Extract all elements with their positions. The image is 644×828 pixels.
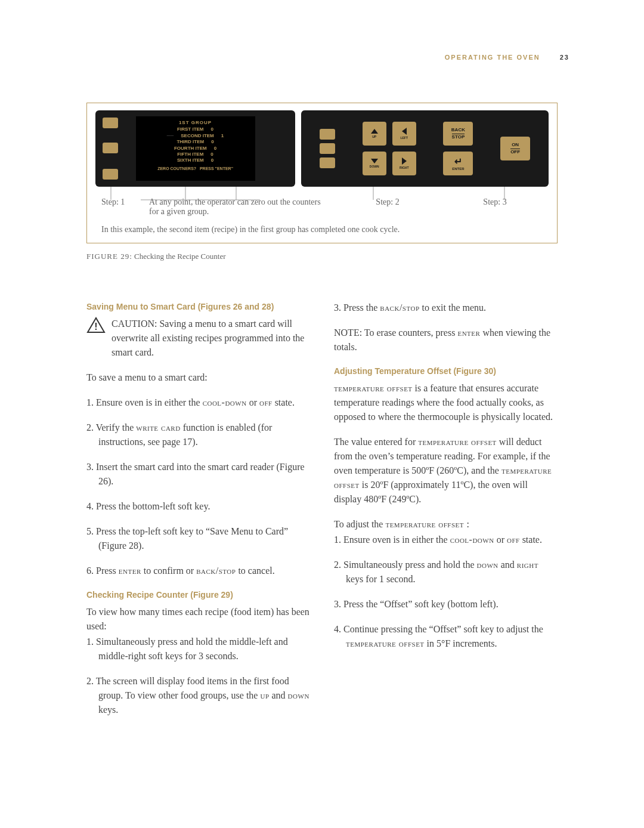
lcd-group-title: 1ST GROUP xyxy=(142,120,249,126)
heading-saving-menu: Saving Menu to Smart Card (Figures 26 an… xyxy=(86,301,310,313)
save-step-5: 5. Press the top-left soft key to “Save … xyxy=(86,524,310,553)
offset-step-4: 4. Continue pressing the “Offset” soft k… xyxy=(334,622,558,651)
figure-example-text: In this example, the second item (recipe… xyxy=(95,225,549,234)
save-step-4: 4. Press the bottom-left soft key. xyxy=(86,499,310,514)
caution-icon: ! xyxy=(86,317,106,333)
erase-note: NOTE: To erase counters, press enter whe… xyxy=(334,326,558,354)
lcd-item-val: 0 xyxy=(211,126,213,132)
save-step-6: 6. Press enter to confirm or back/stop t… xyxy=(86,564,310,578)
lcd-item-name: FIRST ITEM xyxy=(177,126,203,132)
counter-step-2: 2. The screen will display food items in… xyxy=(86,674,310,717)
save-step-3: 3. Insert the smart card into the smart … xyxy=(86,460,310,489)
lcd-item-val: 0 xyxy=(210,152,213,157)
save-step-2: 2. Verify the write card function is ena… xyxy=(86,421,310,449)
oven-control-panel: UP LEFT DOWN RIGHT BACK STOP ↵ ENTER xyxy=(301,110,549,187)
lcd-item-name: FIFTH ITEM xyxy=(177,152,203,157)
lcd-item-name: SECOND ITEM xyxy=(181,133,214,139)
softkey-middle-right[interactable] xyxy=(320,143,335,154)
offset-step-2: 2. Simultaneously press and hold the dow… xyxy=(334,558,558,586)
figure-29-box: 1ST GROUP FIRST ITEM0 ──SECOND ITEM1 THI… xyxy=(86,103,558,243)
left-column: Saving Menu to Smart Card (Figures 26 an… xyxy=(86,301,310,728)
offset-para-2: The value entered for temperature offset… xyxy=(334,435,558,506)
counter-intro: To view how many times each recipe (food… xyxy=(86,605,310,634)
step-note: At any point, the operator can zero out … xyxy=(149,197,334,217)
lcd-screen: 1ST GROUP FIRST ITEM0 ──SECOND ITEM1 THI… xyxy=(136,116,255,181)
counter-step-3: 3. Press the back/stop to exit the menu. xyxy=(334,301,558,315)
running-header: OPERATING THE OVEN 23 xyxy=(445,54,569,61)
save-step-1: 1. Ensure oven is in either the cool-dow… xyxy=(86,396,310,410)
right-button[interactable]: RIGHT xyxy=(392,152,416,175)
save-intro: To save a menu to a smart card: xyxy=(86,370,310,385)
section-title: OPERATING THE OVEN xyxy=(445,54,540,61)
softkey-top-left[interactable] xyxy=(103,118,118,128)
softkey-top-right[interactable] xyxy=(320,129,335,140)
step-labels-row: Step: 1 At any point, the operator can z… xyxy=(95,197,549,217)
svg-text:!: ! xyxy=(94,322,97,332)
right-column: 3. Press the back/stop to exit the menu.… xyxy=(334,301,558,728)
back-stop-button[interactable]: BACK STOP xyxy=(443,122,473,146)
lcd-item-val: 0 xyxy=(214,146,216,152)
page-number: 23 xyxy=(560,54,569,61)
softkey-middle-left[interactable] xyxy=(103,143,118,153)
step-2-label: Step: 2 xyxy=(334,197,441,217)
enter-icon: ↵ xyxy=(454,156,462,167)
up-button[interactable]: UP xyxy=(363,122,386,146)
figure-caption: FIGURE 29: Checking the Recipe Counter xyxy=(86,252,226,261)
enter-button[interactable]: ↵ ENTER xyxy=(443,152,473,175)
lcd-item-val: 0 xyxy=(211,157,213,163)
lcd-item-name: THIRD ITEM xyxy=(177,139,204,145)
lcd-item-val: 0 xyxy=(211,139,213,145)
left-button[interactable]: LEFT xyxy=(392,122,416,146)
offset-step-1: 1. Ensure oven is in either the cool-dow… xyxy=(334,533,558,547)
on-off-button[interactable]: ON OFF xyxy=(500,137,530,160)
lcd-footer-left: ZERO COUTNERS? xyxy=(157,166,196,171)
heading-checking-counter: Checking Recipe Counter (Figure 29) xyxy=(86,589,310,601)
step-1-label: Step: 1 xyxy=(95,197,149,217)
softkey-bottom-left[interactable] xyxy=(103,169,118,180)
figure-caption-text: Checking the Recipe Counter xyxy=(132,252,226,261)
counter-step-1: 1. Simultaneously press and hold the mid… xyxy=(86,635,310,663)
down-button[interactable]: DOWN xyxy=(363,152,386,175)
offset-step-3: 3. Press the “Offset” soft key (bottom l… xyxy=(334,597,558,611)
offset-intro: To adjust the temperature offset : xyxy=(334,517,558,532)
caution-text: CAUTION: Saving a menu to a smart card w… xyxy=(112,317,310,360)
softkey-bottom-right[interactable] xyxy=(320,157,335,168)
figure-caption-label: FIGURE 29: xyxy=(86,252,132,261)
lcd-item-name: FOURTH ITEM xyxy=(174,146,207,152)
oven-lcd-panel: 1ST GROUP FIRST ITEM0 ──SECOND ITEM1 THI… xyxy=(95,110,295,187)
step-3-label: Step: 3 xyxy=(441,197,549,217)
offset-para-1: temperature offset is a feature that ens… xyxy=(334,381,558,424)
heading-temp-offset: Adjusting Temperature Offset (Figure 30) xyxy=(334,365,558,378)
lcd-item-val: 1 xyxy=(221,133,224,139)
lcd-item-name: SIXTH ITEM xyxy=(177,157,204,163)
lcd-footer-right: PRESS "ENTER" xyxy=(200,166,233,171)
